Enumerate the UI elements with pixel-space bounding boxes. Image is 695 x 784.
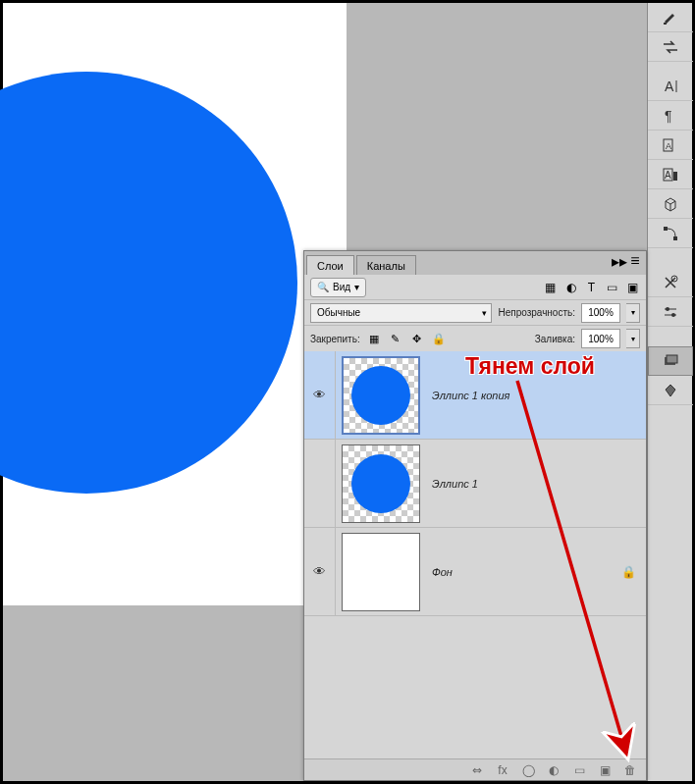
layer-filter-row: 🔍 Вид ▾ ▦ ◐ T ▭ ▣ (304, 275, 646, 300)
layer-thumbnail[interactable] (342, 444, 420, 523)
svg-point-15 (671, 313, 675, 317)
layers-panel-icon[interactable] (648, 346, 693, 376)
tool-brush-icon[interactable] (648, 3, 693, 32)
tab-layers[interactable]: Слои (306, 255, 354, 275)
delete-layer-icon[interactable]: 🗑 (622, 763, 638, 777)
panel-footer: ⇔ fx ◯ ◐ ▭ ▣ 🗑 (304, 758, 646, 780)
svg-rect-9 (664, 227, 668, 231)
layer-row[interactable]: 👁 Фон 🔒 (304, 528, 646, 616)
layer-name[interactable]: Эллипс 1 (426, 478, 646, 490)
svg-text:A: A (665, 78, 674, 94)
blend-mode-select[interactable]: Обычные (310, 303, 492, 323)
lock-pixels-icon[interactable]: ✎ (388, 331, 403, 346)
artboard (3, 3, 347, 605)
layer-row[interactable]: 👁 Эллипс 1 копия (304, 351, 646, 440)
tool-para-styles-icon[interactable]: A (648, 160, 693, 189)
visibility-toggle[interactable]: 👁 (304, 528, 336, 615)
opacity-dropdown[interactable]: ▾ (626, 303, 640, 323)
svg-text:A: A (665, 170, 671, 181)
svg-text:¶: ¶ (665, 108, 672, 124)
fill-label: Заливка: (535, 334, 575, 344)
adjustment-icon[interactable]: ◐ (546, 763, 561, 777)
lock-row: Закрепить: ▦ ✎ ✥ 🔒 Заливка: 100% ▾ (304, 326, 646, 351)
ellipse-shape (0, 72, 297, 494)
eye-icon: 👁 (313, 388, 326, 402)
svg-rect-8 (673, 172, 677, 181)
layers-panel: Слои Каналы ▸▸ ≡ 🔍 Вид ▾ ▦ ◐ T ▭ ▣ Обычн… (303, 250, 647, 781)
mask-icon[interactable]: ◯ (520, 763, 536, 777)
eye-icon: 👁 (313, 564, 326, 579)
lock-label: Закрепить: (310, 334, 360, 344)
right-toolbar: A ¶ A A (647, 3, 692, 781)
tool-path-icon[interactable] (648, 219, 693, 248)
tool-swatch-icon[interactable] (648, 376, 693, 405)
app-frame: A ¶ A A Слои Каналы ▸▸ ≡ 🔍 Вид ▾ (3, 3, 692, 781)
tool-char-styles-icon[interactable]: A (648, 131, 693, 160)
tool-slider-icon[interactable] (648, 297, 693, 327)
panel-tabs: Слои Каналы ▸▸ ≡ (304, 251, 646, 275)
link-layers-icon[interactable]: ⇔ (469, 763, 485, 777)
tool-3d-icon[interactable] (648, 189, 693, 219)
lock-position-icon[interactable]: ✥ (409, 331, 425, 346)
layer-name[interactable]: Фон (426, 566, 646, 578)
filter-type-label: Вид (333, 282, 350, 292)
visibility-toggle[interactable]: 👁 (304, 351, 336, 439)
tool-character-icon[interactable]: A (648, 72, 693, 101)
blend-mode-row: Обычные Непрозрачность: 100% ▾ (304, 300, 646, 326)
tool-swap-icon[interactable] (648, 32, 693, 62)
filter-smart-icon[interactable]: ▣ (625, 280, 640, 294)
tool-paragraph-icon[interactable]: ¶ (648, 101, 693, 131)
fill-dropdown[interactable]: ▾ (626, 329, 640, 348)
search-icon: 🔍 (317, 282, 329, 292)
layer-name[interactable]: Эллипс 1 копия (426, 390, 646, 401)
tab-channels[interactable]: Каналы (356, 255, 416, 275)
group-icon[interactable]: ▭ (571, 763, 587, 777)
collapse-icon[interactable]: ▸▸ (613, 254, 626, 268)
lock-icon: 🔒 (621, 565, 636, 579)
svg-text:A: A (666, 141, 671, 151)
svg-rect-17 (667, 355, 677, 363)
panel-menu-icon[interactable]: ≡ (628, 254, 642, 268)
fill-value[interactable]: 100% (581, 329, 620, 348)
new-layer-icon[interactable]: ▣ (597, 763, 613, 777)
svg-point-14 (666, 307, 669, 311)
chevron-updown-icon: ▾ (354, 282, 359, 292)
svg-rect-0 (664, 23, 667, 25)
filter-type-dropdown[interactable]: 🔍 Вид ▾ (310, 278, 366, 297)
lock-all-icon[interactable]: 🔒 (431, 331, 447, 346)
layers-list[interactable]: 👁 Эллипс 1 копия Эллипс 1 👁 (304, 351, 646, 758)
layer-thumbnail[interactable] (342, 356, 420, 435)
opacity-label: Непрозрачность: (498, 307, 575, 318)
opacity-value[interactable]: 100% (581, 303, 620, 323)
fx-icon[interactable]: fx (495, 763, 510, 777)
visibility-toggle[interactable] (304, 440, 336, 527)
filter-pixel-icon[interactable]: ▦ (543, 280, 558, 294)
filter-type-icon[interactable]: T (584, 280, 599, 294)
filter-adjust-icon[interactable]: ◐ (563, 280, 578, 294)
layer-row[interactable]: Эллипс 1 (304, 440, 646, 528)
tool-crossed-icon[interactable] (648, 268, 693, 297)
filter-shape-icon[interactable]: ▭ (605, 280, 619, 294)
svg-rect-10 (673, 236, 677, 240)
lock-transparent-icon[interactable]: ▦ (366, 331, 382, 346)
layer-thumbnail[interactable] (342, 533, 420, 611)
